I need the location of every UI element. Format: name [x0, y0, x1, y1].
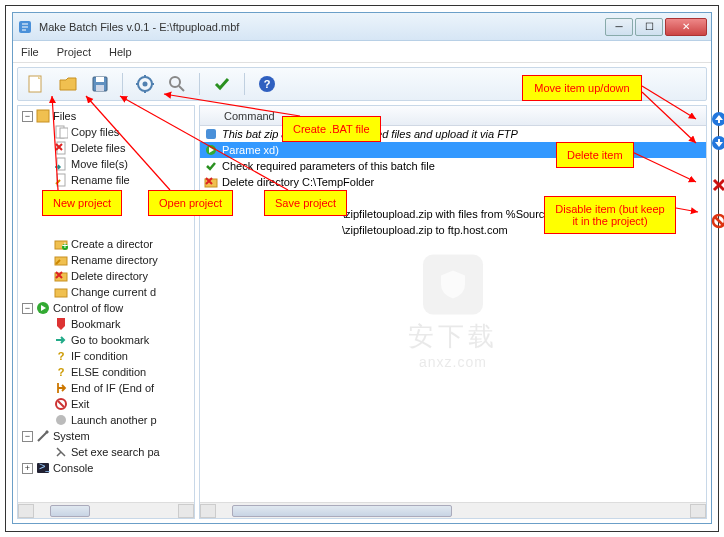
callout-disable: Disable item (but keep it in the project… [544, 196, 676, 234]
tree-item[interactable]: Copy files [18, 124, 194, 140]
window-controls: ─ ☐ ✕ [605, 18, 707, 36]
tree-group-console[interactable]: +>_Console [18, 460, 194, 476]
close-button[interactable]: ✕ [665, 18, 707, 36]
tree-group-flow[interactable]: −Control of flow [18, 300, 194, 316]
titlebar: Make Batch Files v.0.1 - E:\ftpupload.mb… [13, 13, 711, 41]
svg-text:>_: >_ [39, 461, 50, 472]
callout-save-project: Save project [264, 190, 347, 216]
maximize-button[interactable]: ☐ [635, 18, 663, 36]
menu-file[interactable]: File [21, 46, 39, 58]
svg-point-6 [143, 82, 148, 87]
svg-text:?: ? [58, 350, 65, 362]
tree-item[interactable]: +Create a director [18, 236, 194, 252]
help-button[interactable]: ? [255, 72, 279, 96]
delete-item-button[interactable] [710, 176, 724, 194]
menu-help[interactable]: Help [109, 46, 132, 58]
command-row[interactable]: This bat zip archive from specified file… [200, 126, 706, 142]
save-project-button[interactable] [88, 72, 112, 96]
window-title: Make Batch Files v.0.1 - E:\ftpupload.mb… [39, 21, 605, 33]
callout-new-project: New project [42, 190, 122, 216]
new-project-button[interactable] [24, 72, 48, 96]
callout-open-project: Open project [148, 190, 233, 216]
tree-item[interactable]: Set exe search pa [18, 444, 194, 460]
tree-item[interactable]: ?ELSE condition [18, 364, 194, 380]
svg-rect-15 [57, 174, 65, 186]
h-scrollbar-left[interactable] [18, 502, 194, 518]
tree-item[interactable]: Delete files [18, 140, 194, 156]
tree-item[interactable]: Delete directory [18, 268, 194, 284]
command-list[interactable]: This bat zip archive from specified file… [200, 126, 706, 502]
command-row[interactable]: Delete directory C:\TempFolder [200, 174, 706, 190]
move-up-button[interactable] [710, 110, 724, 128]
tree-group-files[interactable]: −Files [18, 108, 194, 124]
callout-create-bat: Create .BAT file [282, 116, 381, 142]
tree-item[interactable]: Move file(s) [18, 156, 194, 172]
create-bat-button[interactable] [133, 72, 157, 96]
menu-project[interactable]: Project [57, 46, 91, 58]
tree-item[interactable]: Exit [18, 396, 194, 412]
svg-rect-10 [37, 110, 49, 122]
svg-rect-29 [206, 129, 216, 139]
search-button[interactable] [165, 72, 189, 96]
svg-text:?: ? [58, 366, 65, 378]
minimize-button[interactable]: ─ [605, 18, 633, 36]
callout-move-updown: Move item up/down [522, 75, 642, 101]
tree-item[interactable]: ?IF condition [18, 348, 194, 364]
tree-item[interactable]: Change current d [18, 284, 194, 300]
svg-rect-12 [60, 128, 68, 138]
open-project-button[interactable] [56, 72, 80, 96]
app-icon [17, 19, 33, 35]
svg-rect-21 [55, 289, 67, 297]
tree-item[interactable]: Rename directory [18, 252, 194, 268]
svg-rect-4 [96, 85, 104, 91]
categories-panel: −Files Copy files Delete files Move file… [17, 105, 195, 519]
svg-text:?: ? [264, 78, 271, 90]
tree-item[interactable]: Rename file [18, 172, 194, 188]
disable-item-button[interactable] [710, 212, 724, 230]
move-down-button[interactable] [710, 134, 724, 152]
svg-point-7 [170, 77, 180, 87]
tree-item[interactable]: Launch another p [18, 412, 194, 428]
tree-item[interactable]: Bookmark [18, 316, 194, 332]
h-scrollbar-right[interactable] [200, 502, 706, 518]
check-button[interactable] [210, 72, 234, 96]
menubar: File Project Help [13, 41, 711, 63]
callout-delete: Delete item [556, 142, 634, 168]
svg-point-26 [56, 415, 66, 425]
tree-item[interactable]: End of IF (End of [18, 380, 194, 396]
category-tree[interactable]: −Files Copy files Delete files Move file… [18, 106, 194, 478]
tree-group-system[interactable]: −System [18, 428, 194, 444]
side-toolbar [708, 106, 724, 230]
column-header[interactable]: Command [200, 106, 706, 126]
svg-rect-3 [96, 77, 104, 82]
tree-item[interactable]: Go to bookmark [18, 332, 194, 348]
svg-text:+: + [62, 239, 68, 251]
